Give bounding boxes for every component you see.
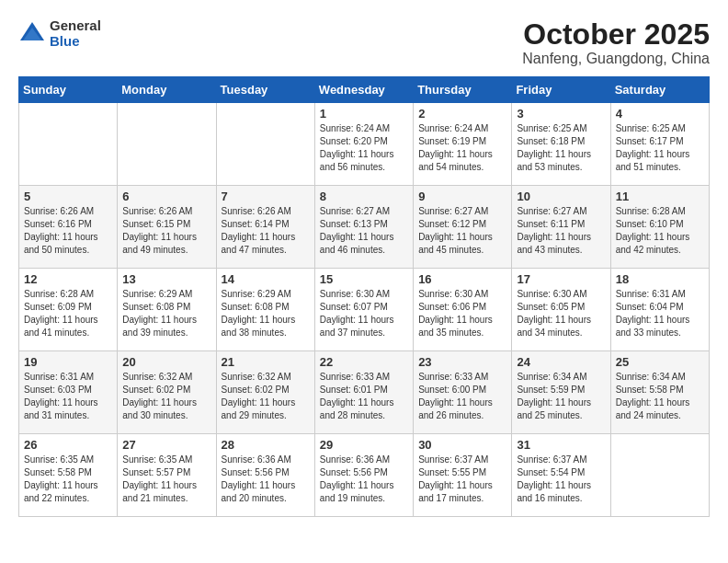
day-info-26: Sunrise: 6:35 AM Sunset: 5:58 PM Dayligh…: [24, 454, 112, 505]
day-info-23: Sunrise: 6:33 AM Sunset: 6:00 PM Dayligh…: [418, 371, 506, 422]
header-cell-tuesday: Tuesday: [216, 77, 314, 103]
day-cell-18: 18Sunrise: 6:31 AM Sunset: 6:04 PM Dayli…: [610, 269, 709, 351]
day-number-18: 18: [616, 272, 704, 286]
header-cell-sunday: Sunday: [19, 77, 118, 103]
day-number-4: 4: [616, 107, 704, 121]
day-number-31: 31: [517, 438, 605, 452]
day-number-24: 24: [517, 355, 605, 369]
logo-icon: [18, 20, 46, 48]
day-info-12: Sunrise: 6:28 AM Sunset: 6:09 PM Dayligh…: [24, 288, 112, 339]
title-area: October 2025 Nanfeng, Guangdong, China: [522, 18, 710, 67]
day-number-22: 22: [320, 355, 408, 369]
day-number-21: 21: [222, 355, 310, 369]
day-info-2: Sunrise: 6:24 AM Sunset: 6:19 PM Dayligh…: [418, 122, 506, 174]
day-cell-20: 20Sunrise: 6:32 AM Sunset: 6:02 PM Dayli…: [118, 351, 216, 434]
day-number-23: 23: [418, 355, 506, 369]
week-row-1: 1Sunrise: 6:24 AM Sunset: 6:20 PM Daylig…: [19, 103, 710, 186]
day-info-28: Sunrise: 6:36 AM Sunset: 5:56 PM Dayligh…: [222, 454, 310, 505]
location-title: Nanfeng, Guangdong, China: [522, 51, 710, 67]
day-info-18: Sunrise: 6:31 AM Sunset: 6:04 PM Dayligh…: [616, 288, 704, 339]
day-cell-26: 26Sunrise: 6:35 AM Sunset: 5:58 PM Dayli…: [19, 434, 118, 517]
day-info-8: Sunrise: 6:27 AM Sunset: 6:13 PM Dayligh…: [320, 205, 408, 257]
empty-cell: [610, 434, 709, 517]
day-number-13: 13: [122, 272, 210, 286]
day-cell-7: 7Sunrise: 6:26 AM Sunset: 6:14 PM Daylig…: [216, 186, 314, 269]
day-cell-9: 9Sunrise: 6:27 AM Sunset: 6:12 PM Daylig…: [414, 186, 512, 269]
day-number-7: 7: [222, 190, 310, 203]
day-info-20: Sunrise: 6:32 AM Sunset: 6:02 PM Dayligh…: [122, 371, 210, 422]
day-number-26: 26: [24, 438, 112, 452]
day-info-14: Sunrise: 6:29 AM Sunset: 6:08 PM Dayligh…: [222, 288, 310, 339]
empty-cell: [19, 103, 118, 186]
week-row-3: 12Sunrise: 6:28 AM Sunset: 6:09 PM Dayli…: [19, 269, 710, 351]
day-number-29: 29: [320, 438, 408, 452]
day-number-12: 12: [24, 272, 112, 286]
day-number-20: 20: [122, 355, 210, 369]
day-number-15: 15: [320, 272, 408, 286]
day-cell-24: 24Sunrise: 6:34 AM Sunset: 5:59 PM Dayli…: [512, 351, 610, 434]
header-cell-thursday: Thursday: [414, 77, 512, 103]
day-number-8: 8: [320, 190, 408, 203]
logo-general-text: General: [50, 18, 101, 34]
day-number-11: 11: [616, 190, 704, 203]
day-info-1: Sunrise: 6:24 AM Sunset: 6:20 PM Dayligh…: [320, 122, 408, 174]
day-info-31: Sunrise: 6:37 AM Sunset: 5:54 PM Dayligh…: [517, 454, 605, 505]
day-number-27: 27: [122, 438, 210, 452]
day-info-27: Sunrise: 6:35 AM Sunset: 5:57 PM Dayligh…: [122, 454, 210, 505]
day-cell-22: 22Sunrise: 6:33 AM Sunset: 6:01 PM Dayli…: [314, 351, 413, 434]
header-cell-monday: Monday: [118, 77, 216, 103]
day-info-25: Sunrise: 6:34 AM Sunset: 5:58 PM Dayligh…: [616, 371, 704, 422]
day-info-15: Sunrise: 6:30 AM Sunset: 6:07 PM Dayligh…: [320, 288, 408, 339]
day-number-5: 5: [24, 190, 112, 203]
day-info-29: Sunrise: 6:36 AM Sunset: 5:56 PM Dayligh…: [320, 454, 408, 505]
day-info-7: Sunrise: 6:26 AM Sunset: 6:14 PM Dayligh…: [222, 205, 310, 257]
day-cell-21: 21Sunrise: 6:32 AM Sunset: 6:02 PM Dayli…: [216, 351, 314, 434]
day-number-30: 30: [418, 438, 506, 452]
day-info-6: Sunrise: 6:26 AM Sunset: 6:15 PM Dayligh…: [122, 205, 210, 257]
day-cell-30: 30Sunrise: 6:37 AM Sunset: 5:55 PM Dayli…: [414, 434, 512, 517]
day-cell-28: 28Sunrise: 6:36 AM Sunset: 5:56 PM Dayli…: [216, 434, 314, 517]
day-info-10: Sunrise: 6:27 AM Sunset: 6:11 PM Dayligh…: [517, 205, 605, 257]
day-cell-17: 17Sunrise: 6:30 AM Sunset: 6:05 PM Dayli…: [512, 269, 610, 351]
header-cell-friday: Friday: [512, 77, 610, 103]
day-info-16: Sunrise: 6:30 AM Sunset: 6:06 PM Dayligh…: [418, 288, 506, 339]
day-info-30: Sunrise: 6:37 AM Sunset: 5:55 PM Dayligh…: [418, 454, 506, 505]
calendar-header: SundayMondayTuesdayWednesdayThursdayFrid…: [19, 77, 710, 103]
calendar-table: SundayMondayTuesdayWednesdayThursdayFrid…: [18, 76, 710, 517]
day-cell-5: 5Sunrise: 6:26 AM Sunset: 6:16 PM Daylig…: [19, 186, 118, 269]
day-info-3: Sunrise: 6:25 AM Sunset: 6:18 PM Dayligh…: [517, 122, 605, 174]
day-cell-1: 1Sunrise: 6:24 AM Sunset: 6:20 PM Daylig…: [314, 103, 413, 186]
day-cell-13: 13Sunrise: 6:29 AM Sunset: 6:08 PM Dayli…: [118, 269, 216, 351]
day-number-14: 14: [222, 272, 310, 286]
day-cell-27: 27Sunrise: 6:35 AM Sunset: 5:57 PM Dayli…: [118, 434, 216, 517]
day-cell-4: 4Sunrise: 6:25 AM Sunset: 6:17 PM Daylig…: [610, 103, 709, 186]
header-cell-saturday: Saturday: [610, 77, 709, 103]
day-number-9: 9: [418, 190, 506, 203]
day-number-1: 1: [320, 107, 408, 121]
day-info-9: Sunrise: 6:27 AM Sunset: 6:12 PM Dayligh…: [418, 205, 506, 257]
day-number-2: 2: [418, 107, 506, 121]
day-cell-6: 6Sunrise: 6:26 AM Sunset: 6:15 PM Daylig…: [118, 186, 216, 269]
day-info-4: Sunrise: 6:25 AM Sunset: 6:17 PM Dayligh…: [616, 122, 704, 174]
day-info-11: Sunrise: 6:28 AM Sunset: 6:10 PM Dayligh…: [616, 205, 704, 257]
week-row-2: 5Sunrise: 6:26 AM Sunset: 6:16 PM Daylig…: [19, 186, 710, 269]
header-cell-wednesday: Wednesday: [314, 77, 413, 103]
logo: General Blue: [18, 18, 101, 49]
day-info-24: Sunrise: 6:34 AM Sunset: 5:59 PM Dayligh…: [517, 371, 605, 422]
day-info-5: Sunrise: 6:26 AM Sunset: 6:16 PM Dayligh…: [24, 205, 112, 257]
day-cell-29: 29Sunrise: 6:36 AM Sunset: 5:56 PM Dayli…: [314, 434, 413, 517]
day-number-25: 25: [616, 355, 704, 369]
logo-blue-text: Blue: [50, 34, 101, 50]
header: General Blue October 2025 Nanfeng, Guang…: [18, 18, 710, 67]
day-cell-19: 19Sunrise: 6:31 AM Sunset: 6:03 PM Dayli…: [19, 351, 118, 434]
day-info-19: Sunrise: 6:31 AM Sunset: 6:03 PM Dayligh…: [24, 371, 112, 422]
calendar-body: 1Sunrise: 6:24 AM Sunset: 6:20 PM Daylig…: [19, 103, 710, 517]
month-year-title: October 2025: [522, 18, 710, 51]
day-cell-14: 14Sunrise: 6:29 AM Sunset: 6:08 PM Dayli…: [216, 269, 314, 351]
day-cell-11: 11Sunrise: 6:28 AM Sunset: 6:10 PM Dayli…: [610, 186, 709, 269]
day-cell-2: 2Sunrise: 6:24 AM Sunset: 6:19 PM Daylig…: [414, 103, 512, 186]
empty-cell: [118, 103, 216, 186]
logo-text: General Blue: [50, 18, 101, 49]
day-number-6: 6: [122, 190, 210, 203]
day-info-22: Sunrise: 6:33 AM Sunset: 6:01 PM Dayligh…: [320, 371, 408, 422]
